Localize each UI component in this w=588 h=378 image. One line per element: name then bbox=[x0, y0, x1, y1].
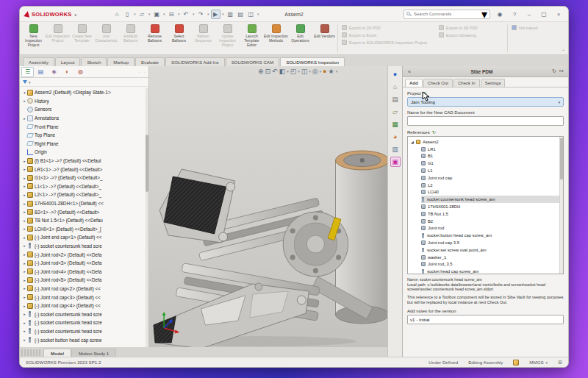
export-item[interactable]: Export to SOLIDWORKS Inspection Project bbox=[342, 40, 433, 45]
dropdown-caret-icon[interactable]: ▾ bbox=[336, 69, 338, 74]
document-tab[interactable]: Model bbox=[43, 349, 71, 357]
search-caret-icon[interactable]: ▾ bbox=[481, 7, 487, 21]
collapse-panel-icon[interactable]: « bbox=[406, 69, 413, 74]
tree-expand-icon[interactable]: ▸ bbox=[22, 295, 27, 299]
tree-item[interactable]: ▸ Annotations bbox=[22, 114, 148, 123]
command-tab[interactable]: Evaluate bbox=[135, 57, 165, 66]
reference-item[interactable]: washer_1 bbox=[421, 254, 563, 261]
reference-item[interactable]: G1 bbox=[421, 160, 563, 167]
tree-item[interactable]: ▸ G1<1> ->? (Default) <<Default>_ bbox=[22, 174, 148, 182]
resources-globe-icon[interactable]: ● bbox=[390, 69, 401, 79]
display-style-icon[interactable]: ◫ bbox=[301, 68, 308, 75]
tree-expand-icon[interactable]: ▸ bbox=[22, 227, 27, 231]
unit-system-selector[interactable]: MMGS ▾ bbox=[529, 360, 548, 365]
home-resources-icon[interactable]: ⌂ bbox=[390, 82, 401, 92]
reference-root[interactable]: ◢ Assem2 bbox=[411, 138, 563, 146]
reference-item[interactable]: Joint rod cap 3.5 bbox=[421, 239, 563, 246]
filter-caret-icon[interactable]: ▾ bbox=[29, 80, 31, 85]
tree-item[interactable]: ▸ (-) socket button head cap screw bbox=[22, 335, 148, 344]
ribbon-button[interactable]: Add/Edit Balloons bbox=[118, 23, 143, 54]
export-item[interactable]: Export to Excel bbox=[342, 32, 433, 38]
tree-expand-icon[interactable]: ▸ bbox=[22, 210, 27, 214]
tree-item[interactable]: Sensors bbox=[22, 105, 148, 114]
command-tab[interactable]: SOLIDWORKS Add-Ins bbox=[165, 57, 225, 66]
ribbon-button[interactable]: Edit Inspection Project bbox=[46, 23, 70, 54]
ribbon-button[interactable]: Add Characteristic bbox=[94, 23, 118, 54]
tree-item[interactable]: Right Plane bbox=[22, 140, 148, 149]
tree-item[interactable]: ▸ (-) Joint end cap<1> (Default) << bbox=[22, 233, 148, 242]
tree-item[interactable]: ▸ (-) socket countersunk head scre bbox=[22, 242, 148, 251]
reference-item[interactable]: 17HS4001-28DH bbox=[421, 203, 563, 210]
tree-expand-icon[interactable]: ▸ bbox=[22, 176, 27, 180]
3d-model-gripper[interactable] bbox=[149, 66, 387, 347]
pdm-addin-icon[interactable]: ▣ bbox=[390, 157, 401, 167]
dropdown-caret-icon[interactable]: ▾ bbox=[207, 12, 210, 16]
zoom-area-icon[interactable]: ⊡ bbox=[265, 68, 271, 75]
tree-item[interactable]: ▸ (-) Joint rod<4> (Default) <<Defa bbox=[22, 267, 148, 276]
redo-icon[interactable]: ↷ bbox=[196, 10, 206, 19]
export-item[interactable]: Export to 2D PDF bbox=[342, 25, 433, 30]
ribbon-button[interactable]: Launch Template Editor bbox=[240, 23, 264, 54]
export-item[interactable]: Export to 3D PDF bbox=[439, 25, 503, 30]
tree-item[interactable]: ▸ (-) socket countersunk head scre bbox=[22, 310, 148, 318]
ribbon-button[interactable]: Create New Template bbox=[70, 23, 94, 54]
reference-item[interactable]: TB Nut 1.5 bbox=[421, 210, 563, 218]
reference-item[interactable]: L1 bbox=[421, 167, 563, 174]
tree-expand-icon[interactable]: ▸ bbox=[22, 202, 27, 206]
dropdown-caret-icon[interactable]: ▾ bbox=[221, 12, 225, 16]
command-tab[interactable]: Sketch bbox=[81, 57, 107, 66]
featuremanager-tab-icon[interactable]: ☰ bbox=[21, 67, 34, 77]
save-icon[interactable]: ▣ bbox=[152, 10, 162, 19]
tree-expand-icon[interactable]: ▸ bbox=[22, 321, 27, 325]
tree-item[interactable]: ▸ L2<1> ->? (Default) <<Default>_ bbox=[22, 190, 148, 199]
ribbon-button[interactable]: Select Balloons bbox=[167, 23, 191, 54]
ribbon-button[interactable]: Balloon Sequence bbox=[191, 23, 215, 54]
reference-item[interactable]: Joint rod_3.5 bbox=[421, 261, 563, 268]
tree-item[interactable]: ▸ LCH0<1> (Default) <<Default>_[ bbox=[22, 225, 148, 234]
new-document-icon[interactable]: ▯ bbox=[123, 10, 132, 19]
undo-icon[interactable]: ↶ bbox=[182, 10, 191, 19]
tree-expand-icon[interactable]: ▸ bbox=[22, 252, 27, 257]
search-input[interactable] bbox=[414, 12, 479, 16]
project-refresh-icon[interactable]: ↻ bbox=[423, 90, 427, 96]
tree-item[interactable]: ▸ (f) B1<1> ->? (Default) <<Defaul bbox=[22, 157, 148, 165]
reference-item[interactable]: socket head cap screw_am bbox=[421, 268, 563, 274]
tree-expand-icon[interactable]: ▸ bbox=[22, 243, 27, 248]
ribbon-button[interactable]: Update Inspection Project bbox=[215, 23, 240, 54]
cad-name-input[interactable] bbox=[407, 116, 564, 126]
project-dropdown[interactable]: Jam Tooling ▾ bbox=[407, 97, 564, 107]
dropdown-caret-icon[interactable]: ▾ bbox=[133, 12, 137, 16]
section-view-icon[interactable]: ◧ bbox=[279, 68, 286, 75]
custom-properties-icon[interactable]: ▥ bbox=[390, 144, 401, 154]
dropdown-caret-icon[interactable]: ▾ bbox=[177, 12, 181, 16]
tree-expand-icon[interactable]: ▸ bbox=[22, 261, 27, 265]
displaymanager-tab-icon[interactable]: ◍ bbox=[74, 67, 87, 77]
view-orientation-icon[interactable]: ◰ bbox=[290, 68, 297, 75]
tree-expand-icon[interactable]: ▸ bbox=[22, 99, 27, 103]
tree-expand-icon[interactable]: ▸ bbox=[22, 329, 27, 333]
command-tab[interactable]: Assembly bbox=[23, 57, 54, 66]
tree-item[interactable]: ▸ (-) Joint rod cap<4> (Default) << bbox=[22, 302, 148, 310]
design-library-icon[interactable]: ▤ bbox=[390, 94, 401, 104]
login-icon[interactable]: ◉ bbox=[495, 11, 505, 18]
minimize-button[interactable]: – bbox=[524, 11, 534, 18]
tree-expand-icon[interactable]: ▾ bbox=[22, 90, 27, 95]
tree-expand-icon[interactable]: ▸ bbox=[22, 193, 27, 197]
document-tab[interactable]: Motion Study 1 bbox=[71, 349, 116, 357]
options-icon[interactable]: ▥ bbox=[226, 10, 235, 19]
tree-expand-icon[interactable]: ▸ bbox=[22, 304, 27, 308]
zoom-fit-icon[interactable]: ⊕ bbox=[258, 68, 264, 75]
dropdown-caret-icon[interactable]: ▾ bbox=[298, 69, 300, 74]
reference-item[interactable]: B2 bbox=[421, 218, 563, 225]
graphics-viewport[interactable]: ⊕ ⊡ ↶ ◧ ▾ ◰ ▾ ◫ ▾ ◎ ▾ ● ★ ▾ bbox=[149, 66, 387, 347]
file-explorer-icon[interactable]: ▱ bbox=[390, 107, 401, 117]
dropdown-caret-icon[interactable]: ▾ bbox=[162, 12, 166, 16]
dropdown-caret-icon[interactable]: ▾ bbox=[148, 12, 151, 16]
tree-expand-icon[interactable]: ▸ bbox=[22, 338, 27, 342]
search-box[interactable]: ▾ bbox=[404, 10, 490, 19]
previous-view-icon[interactable]: ↶ bbox=[272, 68, 278, 75]
ribbon-button[interactable]: Remove Balloons bbox=[143, 23, 167, 54]
logo-chevron-icon[interactable]: ▸ bbox=[75, 12, 77, 17]
tree-expand-icon[interactable]: ▸ bbox=[22, 269, 27, 274]
dimxpertmanager-tab-icon[interactable]: ◐ bbox=[61, 67, 74, 77]
